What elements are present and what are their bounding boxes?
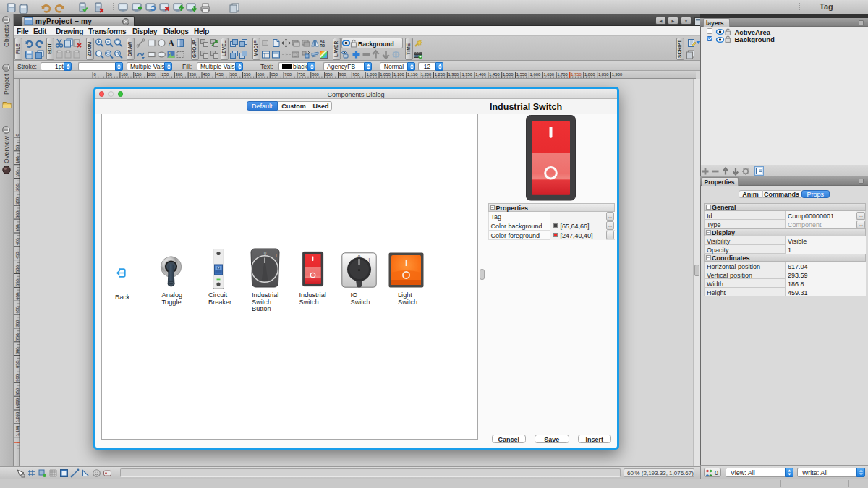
svg-text:1,150: 1,150 bbox=[407, 72, 418, 77]
svg-text:1,250: 1,250 bbox=[435, 72, 446, 77]
svg-text:100: 100 bbox=[121, 72, 128, 77]
svg-text:150: 150 bbox=[15, 170, 20, 177]
svg-text:1,850: 1,850 bbox=[598, 72, 609, 77]
svg-text:600: 600 bbox=[15, 293, 20, 300]
svg-text:650: 650 bbox=[271, 72, 278, 77]
svg-text:950: 950 bbox=[15, 388, 20, 395]
svg-text:0: 0 bbox=[15, 134, 20, 136]
svg-text:350: 350 bbox=[15, 225, 20, 232]
svg-text:300: 300 bbox=[15, 211, 20, 218]
svg-text:1,600: 1,600 bbox=[530, 72, 541, 77]
svg-text:450: 450 bbox=[15, 252, 20, 259]
svg-text:350: 350 bbox=[189, 72, 196, 77]
svg-text:0: 0 bbox=[93, 72, 95, 77]
svg-text:1,100: 1,100 bbox=[15, 426, 20, 437]
svg-text:900: 900 bbox=[15, 374, 20, 382]
svg-text:750: 750 bbox=[298, 72, 305, 77]
svg-text:1,100: 1,100 bbox=[393, 72, 404, 77]
svg-text:800: 800 bbox=[15, 347, 20, 354]
svg-text:300: 300 bbox=[176, 72, 183, 77]
svg-text:450: 450 bbox=[216, 72, 224, 77]
svg-text:700: 700 bbox=[15, 320, 20, 328]
svg-text:1,050: 1,050 bbox=[380, 72, 391, 77]
svg-text:1,700: 1,700 bbox=[557, 72, 568, 77]
svg-text:1,050: 1,050 bbox=[15, 412, 20, 423]
svg-text:0: 0 bbox=[264, 251, 267, 256]
svg-text:650: 650 bbox=[15, 307, 20, 314]
svg-text:1,900: 1,900 bbox=[612, 72, 623, 77]
svg-text:850: 850 bbox=[15, 361, 20, 368]
svg-text:200: 200 bbox=[148, 72, 156, 77]
svg-text:1,400: 1,400 bbox=[475, 72, 486, 77]
svg-text:1,650: 1,650 bbox=[544, 72, 555, 77]
svg-text:850: 850 bbox=[326, 72, 333, 77]
svg-text:1,750: 1,750 bbox=[571, 72, 582, 77]
svg-text:1,300: 1,300 bbox=[448, 72, 459, 77]
svg-text:1,000: 1,000 bbox=[15, 398, 20, 409]
svg-text:I: I bbox=[276, 253, 277, 258]
svg-text:400: 400 bbox=[203, 72, 210, 77]
svg-text:50: 50 bbox=[15, 145, 20, 150]
svg-text:600: 600 bbox=[258, 72, 265, 77]
svg-text:700: 700 bbox=[284, 72, 292, 77]
svg-text:550: 550 bbox=[15, 279, 20, 286]
svg-text:200: 200 bbox=[15, 184, 20, 191]
svg-text:I: I bbox=[369, 257, 370, 262]
svg-text:0: 0 bbox=[358, 254, 361, 259]
svg-text:1,500: 1,500 bbox=[503, 72, 514, 77]
svg-text:A: A bbox=[168, 38, 174, 48]
svg-text:R0: R0 bbox=[320, 43, 325, 48]
svg-text:400: 400 bbox=[15, 239, 20, 246]
svg-text:150: 150 bbox=[135, 72, 142, 77]
svg-text:1,550: 1,550 bbox=[516, 72, 527, 77]
svg-text:500: 500 bbox=[15, 265, 20, 273]
svg-text:500: 500 bbox=[230, 72, 237, 77]
svg-text:550: 550 bbox=[244, 72, 251, 77]
svg-text:50: 50 bbox=[107, 72, 111, 77]
svg-text:800: 800 bbox=[312, 72, 319, 77]
svg-text:1,450: 1,450 bbox=[489, 72, 500, 77]
svg-text:1,000: 1,000 bbox=[366, 72, 377, 77]
svg-text:250: 250 bbox=[15, 197, 20, 205]
svg-text:750: 750 bbox=[15, 334, 20, 341]
svg-text:1,350: 1,350 bbox=[461, 72, 472, 77]
svg-text:1,800: 1,800 bbox=[584, 72, 595, 77]
svg-text:950: 950 bbox=[353, 72, 360, 77]
svg-text:100: 100 bbox=[15, 157, 20, 164]
svg-text:1,200: 1,200 bbox=[421, 72, 432, 77]
svg-text:250: 250 bbox=[162, 72, 169, 77]
svg-text:900: 900 bbox=[339, 72, 346, 77]
